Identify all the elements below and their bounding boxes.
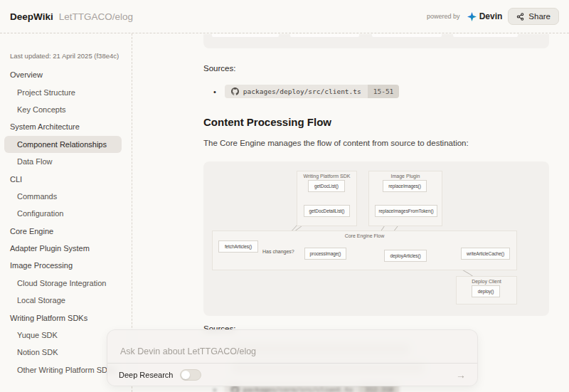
node-getdoclist[interactable]: getDocList() bbox=[308, 180, 345, 192]
header-right: powered by Devin Share bbox=[427, 8, 559, 25]
node-fetcharticles[interactable]: fetchArticles() bbox=[218, 240, 258, 253]
node-processimage[interactable]: processImage() bbox=[304, 248, 346, 260]
deep-research-toggle[interactable] bbox=[180, 369, 201, 381]
subgraph-image-plugin: Image Plugin bbox=[368, 171, 442, 226]
devin-logo-icon bbox=[467, 12, 477, 21]
node-replaceimages[interactable]: replaceImages() bbox=[383, 180, 427, 192]
ask-bar-footer: Deep Research → bbox=[107, 363, 477, 386]
repo-name[interactable]: LetTTGACO/elog bbox=[59, 11, 133, 22]
sidebar-item-writing-platform-sdks[interactable]: Writing Platform SDKs bbox=[0, 309, 132, 326]
node-replaceimagesfromtoken[interactable]: replaceImagesFromToken() bbox=[375, 205, 437, 217]
sidebar-item-key-concepts[interactable]: Key Concepts bbox=[0, 101, 132, 118]
brand-logo[interactable]: DeepWiki bbox=[10, 11, 53, 22]
content-processing-flow-diagram: Writing Platform SDK Image Plugin Core E… bbox=[203, 161, 549, 316]
edge-label-has-changes: Has changes? bbox=[262, 249, 294, 254]
share-icon bbox=[516, 13, 524, 21]
subgraph-writing-platform-sdk: Writing Platform SDK bbox=[297, 171, 357, 226]
powered-by-label: powered by bbox=[427, 13, 460, 20]
previous-diagram-cutoff bbox=[203, 34, 549, 48]
source-line-range: 15-51 bbox=[368, 85, 400, 98]
node-getdocdetaillist[interactable]: getDocDetailList() bbox=[304, 205, 350, 217]
node-deploy[interactable]: deploy() bbox=[472, 285, 500, 297]
sidebar-item-configuration[interactable]: Configuration bbox=[0, 205, 132, 222]
subgraph-label: Image Plugin bbox=[369, 174, 442, 179]
sidebar-item-commands[interactable]: Commands bbox=[0, 188, 132, 205]
sidebar-item-adapter-plugin-system[interactable]: Adapter Plugin System bbox=[0, 240, 132, 257]
sidebar-item-cli[interactable]: CLI bbox=[0, 170, 132, 187]
share-label: Share bbox=[528, 12, 551, 21]
section-intro: The Core Engine manages the flow of cont… bbox=[203, 139, 549, 147]
sidebar-item-data-flow[interactable]: Data Flow bbox=[0, 153, 132, 170]
subgraph-label: Writing Platform SDK bbox=[297, 174, 356, 179]
subgraph-label: Core Engine Flow bbox=[213, 233, 516, 238]
deep-research-label: Deep Research bbox=[119, 371, 173, 379]
last-updated: Last updated: 21 April 2025 (f38e4c) bbox=[0, 52, 132, 60]
ask-devin-input[interactable] bbox=[107, 330, 477, 363]
source-path: packages/core/src/client.ts bbox=[243, 386, 353, 392]
header: DeepWiki LetTTGACO/elog powered by Devin bbox=[0, 0, 569, 33]
source-path: packages/deploy/src/client.ts bbox=[243, 88, 361, 95]
page-title: Content Processing Flow bbox=[203, 116, 549, 128]
sidebar-item-image-processing[interactable]: Image Processing bbox=[0, 257, 132, 274]
share-button[interactable]: Share bbox=[508, 8, 559, 25]
source-item: packages/deploy/src/client.ts 15-51 bbox=[203, 85, 549, 98]
sidebar-item-system-architecture[interactable]: System Architecture bbox=[0, 118, 132, 135]
sidebar-item-project-structure[interactable]: Project Structure bbox=[0, 83, 132, 100]
toggle-knob bbox=[181, 371, 190, 379]
submit-arrow-icon[interactable]: → bbox=[456, 369, 466, 381]
subgraph-label: Deploy Client bbox=[457, 279, 516, 284]
sidebar-item-local-storage[interactable]: Local Storage bbox=[0, 292, 132, 309]
sidebar-item-component-relationships[interactable]: Component Relationships bbox=[4, 136, 122, 153]
sidebar-item-core-engine[interactable]: Core Engine bbox=[0, 223, 132, 240]
github-icon bbox=[231, 386, 239, 392]
source-chip[interactable]: packages/deploy/src/client.ts 15-51 bbox=[225, 85, 399, 98]
node-writearticlecache[interactable]: writeArticleCache() bbox=[461, 248, 510, 260]
node-deployarticles[interactable]: deployArticles() bbox=[384, 250, 427, 262]
devin-link[interactable]: Devin bbox=[467, 11, 503, 21]
github-icon bbox=[231, 88, 239, 95]
sidebar-item-cloud-storage-integration[interactable]: Cloud Storage Integration bbox=[0, 275, 132, 292]
ask-devin-bar: Deep Research → bbox=[107, 329, 478, 386]
devin-label: Devin bbox=[479, 11, 503, 21]
sidebar-item-overview[interactable]: Overview bbox=[0, 66, 132, 83]
sources-heading-top: Sources: bbox=[203, 64, 549, 73]
